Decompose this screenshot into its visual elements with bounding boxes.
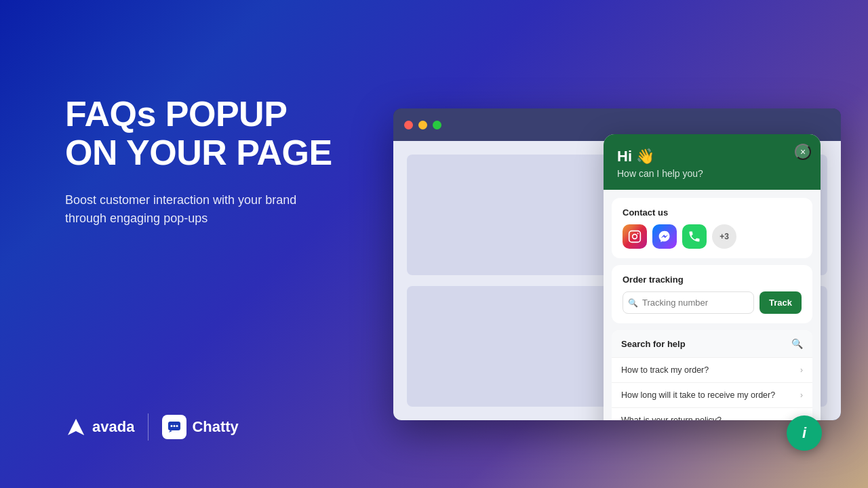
- browser-dot-yellow[interactable]: [418, 121, 427, 129]
- svg-point-7: [633, 235, 637, 239]
- browser-mockup: Hi 👋 How can I help you? × Contact us: [393, 108, 841, 420]
- chat-subtitle: How can I help you?: [617, 168, 807, 179]
- logo-divider: [148, 413, 149, 441]
- browser-dot-red[interactable]: [404, 121, 413, 129]
- tracking-input-row: Track: [623, 291, 802, 314]
- chat-header: Hi 👋 How can I help you? ×: [604, 134, 821, 190]
- search-icon[interactable]: 🔍: [791, 338, 803, 349]
- info-button[interactable]: i: [787, 415, 822, 451]
- faq-chevron-2: ›: [800, 390, 803, 400]
- svg-point-5: [176, 425, 178, 427]
- browser-dot-green[interactable]: [433, 121, 441, 129]
- logo-area: avada Chatty: [65, 413, 239, 441]
- search-card: Search for help 🔍 How to track my order?…: [612, 330, 812, 420]
- tracking-title: Order tracking: [623, 274, 802, 285]
- svg-point-4: [174, 425, 176, 427]
- search-header: Search for help 🔍: [612, 330, 812, 358]
- faq-text-1: How to track my order?: [621, 365, 709, 375]
- faq-item-2[interactable]: How long will it take to receive my orde…: [612, 383, 812, 408]
- faq-item-3[interactable]: What is your return policy? ›: [612, 408, 812, 420]
- faq-text-2: How long will it take to receive my orde…: [621, 390, 775, 400]
- svg-marker-1: [76, 419, 84, 435]
- tracking-number-input[interactable]: [623, 291, 754, 314]
- more-contacts-icon[interactable]: +3: [712, 224, 736, 249]
- chat-greeting: Hi 👋: [617, 148, 807, 165]
- chat-body: Contact us: [604, 190, 821, 420]
- messenger-icon[interactable]: [652, 224, 677, 249]
- left-content: FAQs POPUP ON YOUR PAGE Boost customer i…: [65, 95, 332, 228]
- avada-logo: avada: [65, 416, 134, 438]
- svg-point-8: [637, 232, 639, 234]
- tracking-input-wrapper: [623, 291, 754, 314]
- chatty-logo: Chatty: [162, 415, 238, 439]
- search-label: Search for help: [621, 339, 686, 349]
- contact-card: Contact us: [612, 198, 812, 258]
- contact-title: Contact us: [623, 207, 802, 218]
- svg-rect-6: [629, 231, 641, 243]
- tracking-card: Order tracking Track: [612, 265, 812, 323]
- faq-text-3: What is your return policy?: [621, 415, 722, 420]
- faq-item-1[interactable]: How to track my order? ›: [612, 358, 812, 383]
- contact-icons: +3: [623, 224, 802, 249]
- svg-point-3: [171, 425, 173, 427]
- chat-popup: Hi 👋 How can I help you? × Contact us: [604, 134, 821, 420]
- faq-chevron-1: ›: [800, 365, 803, 375]
- instagram-icon[interactable]: [623, 224, 647, 249]
- track-button[interactable]: Track: [760, 291, 802, 314]
- chatty-icon: [162, 415, 186, 439]
- content-block-3: [407, 286, 612, 407]
- headline: FAQs POPUP ON YOUR PAGE: [65, 95, 332, 172]
- browser-content: Hi 👋 How can I help you? × Contact us: [393, 141, 841, 420]
- avada-icon: [65, 416, 87, 438]
- phone-icon[interactable]: [682, 224, 707, 249]
- chat-close-button[interactable]: ×: [795, 144, 811, 160]
- content-block-1: [407, 155, 612, 275]
- subtitle: Boost customer interaction with your bra…: [65, 191, 323, 228]
